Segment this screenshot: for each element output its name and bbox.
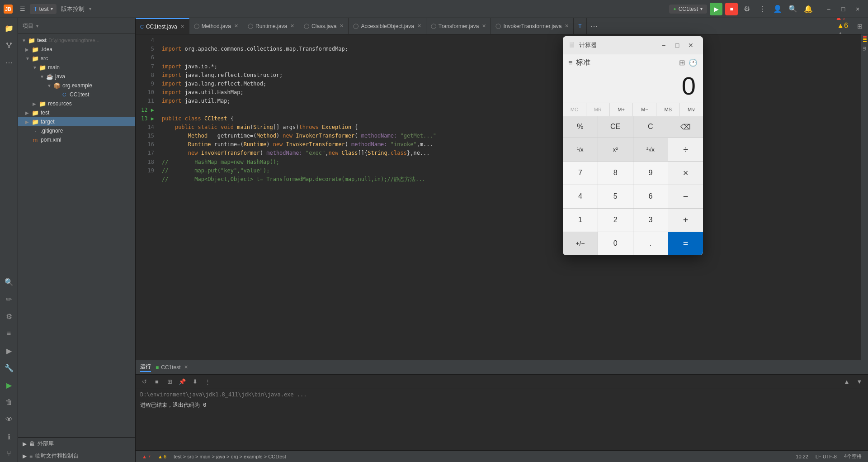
- tab-transformer[interactable]: ◯ Transformer.java ✕: [426, 18, 491, 34]
- hamburger-menu[interactable]: ☰: [16, 4, 29, 14]
- calc-mv[interactable]: M∨: [680, 103, 703, 116]
- status-spaces[interactable]: 4个空格: [842, 453, 863, 460]
- sidebar-icon-run2[interactable]: ▶: [1, 377, 17, 393]
- calc-percent[interactable]: %: [563, 116, 598, 138]
- calc-mr[interactable]: MR: [586, 103, 609, 116]
- tab-close-cc1test[interactable]: ✕: [180, 24, 184, 29]
- scratches-console[interactable]: ▶ ≡ 临时文件和控制台: [18, 450, 135, 462]
- sidebar-icon-delete[interactable]: 🗑: [1, 394, 17, 410]
- sidebar-icon-search[interactable]: 🔍: [1, 274, 17, 290]
- restore-layout[interactable]: ⊞: [165, 376, 175, 386]
- sidebar-icon-eye[interactable]: 👁: [1, 411, 17, 428]
- calc-9[interactable]: 9: [633, 162, 668, 185]
- more-run-options[interactable]: ⋮: [203, 376, 212, 386]
- status-encoding[interactable]: LF UTF-8: [814, 454, 839, 459]
- error-count[interactable]: ▲7: [140, 454, 152, 459]
- project-selector[interactable]: T test ▾: [30, 4, 57, 14]
- sidebar-icon-branch[interactable]: ⑂: [1, 446, 17, 462]
- calc-1[interactable]: 1: [563, 209, 598, 232]
- down-arrow[interactable]: ▼: [854, 376, 864, 386]
- version-control-btn[interactable]: 版本控制: [57, 3, 88, 15]
- more-icon[interactable]: ⋮: [756, 3, 769, 15]
- tab-close-invokertransformer[interactable]: ✕: [565, 23, 569, 29]
- tree-item-cc1test[interactable]: C CC1test: [18, 90, 135, 99]
- sidebar-icon-settings[interactable]: ⚙: [1, 308, 17, 324]
- calc-6[interactable]: 6: [633, 185, 668, 208]
- calc-7[interactable]: 7: [563, 162, 598, 185]
- calc-backspace[interactable]: ⌫: [668, 116, 703, 138]
- tab-overflow[interactable]: ⋯: [587, 22, 601, 30]
- notification-icon[interactable]: 🔔: [802, 3, 815, 15]
- sidebar-icon-info[interactable]: ℹ: [1, 429, 17, 445]
- tab-t[interactable]: T: [574, 18, 586, 34]
- tree-item-test-folder[interactable]: ▶ 📁 test: [18, 108, 135, 117]
- tree-item-main[interactable]: ▼ 📁 main: [18, 63, 135, 72]
- sidebar-icon-more[interactable]: ⋯: [1, 54, 17, 71]
- settings-icon[interactable]: ⚙: [741, 3, 753, 15]
- sidebar-icon-play[interactable]: ▶: [1, 343, 17, 359]
- stop-button[interactable]: ■: [725, 3, 738, 15]
- tab-accessibleobject[interactable]: ◯ AccessibleObject.java ✕: [349, 18, 426, 34]
- sidebar-icon-folder[interactable]: 📁: [1, 20, 17, 36]
- tab-method[interactable]: ◯ Method.java ✕: [189, 18, 243, 34]
- calc-5[interactable]: 5: [598, 185, 633, 208]
- tree-item-gitignore[interactable]: · .gitignore: [18, 126, 135, 135]
- tab-close-method[interactable]: ✕: [234, 23, 238, 29]
- calc-0[interactable]: 0: [598, 232, 633, 255]
- tab-list[interactable]: ▲7 ▲6 ∧: [831, 18, 852, 34]
- tree-item-target[interactable]: ▶ 📁 target: [18, 117, 135, 126]
- tree-item-org-example[interactable]: ▼ 📦 org.example: [18, 81, 135, 90]
- calc-4[interactable]: 4: [563, 185, 598, 208]
- calc-menu-icon[interactable]: ≡: [568, 59, 572, 67]
- calc-reciprocal[interactable]: ¹/x: [563, 138, 598, 161]
- run-tab-cc1test[interactable]: ■ CC1test ✕: [156, 364, 188, 371]
- run-config-selector[interactable]: ● 计算器 CC1test ▾: [669, 5, 707, 14]
- calc-close[interactable]: ✕: [684, 38, 698, 52]
- tab-runtime[interactable]: ◯ Runtime.java ✕: [243, 18, 299, 34]
- tree-item-resources[interactable]: ▶ 📁 resources: [18, 99, 135, 108]
- calc-decimal[interactable]: .: [633, 232, 668, 255]
- run-button[interactable]: ▶: [710, 3, 722, 15]
- calc-2[interactable]: 2: [598, 209, 633, 232]
- calc-maximize[interactable]: □: [670, 38, 684, 52]
- scroll-to-end[interactable]: ⬇: [190, 376, 200, 386]
- tab-close-runtime[interactable]: ✕: [290, 23, 294, 29]
- minimize-button[interactable]: −: [822, 2, 835, 16]
- tree-item-src[interactable]: ▼ 📁 src: [18, 54, 135, 63]
- calc-mminus[interactable]: M−: [633, 103, 656, 116]
- calc-ms[interactable]: MS: [656, 103, 679, 116]
- calc-c[interactable]: C: [633, 116, 668, 138]
- code-content[interactable]: import org.apache.commons.collections.ma…: [158, 34, 861, 360]
- maximize-button[interactable]: □: [836, 2, 850, 16]
- tab-close-transformer[interactable]: ✕: [482, 23, 486, 29]
- calc-mc[interactable]: MC: [563, 103, 586, 116]
- tab-class[interactable]: ◯ Class.java ✕: [299, 18, 349, 34]
- search-icon[interactable]: 🔍: [787, 3, 799, 15]
- tab-cc1test[interactable]: C CC1test.java ✕: [136, 18, 189, 34]
- calc-ce[interactable]: CE: [598, 116, 633, 138]
- sidebar-icon-pencil[interactable]: ✏: [1, 291, 17, 307]
- calc-minimize[interactable]: −: [657, 38, 670, 52]
- calc-3[interactable]: 3: [633, 209, 668, 232]
- calc-negate[interactable]: +/−: [563, 232, 598, 255]
- calc-equals[interactable]: =: [668, 232, 703, 255]
- tree-item-test[interactable]: ▼ 📁 test D:\yingwenmingthree...: [18, 36, 135, 45]
- sidebar-icon-git[interactable]: [1, 37, 17, 53]
- sidebar-icon-tools[interactable]: 🔧: [1, 360, 17, 376]
- status-time[interactable]: 10:22: [794, 454, 810, 459]
- calc-square[interactable]: x²: [598, 138, 633, 161]
- editor-settings[interactable]: ⊞: [852, 18, 868, 34]
- close-button[interactable]: ×: [851, 2, 864, 16]
- breadcrumb[interactable]: test > src > main > java > org > example…: [172, 454, 288, 459]
- tree-item-pom[interactable]: m pom.xml: [18, 135, 135, 144]
- tree-item-java[interactable]: ▼ ☕ java: [18, 72, 135, 81]
- up-arrow[interactable]: ▲: [842, 376, 852, 386]
- calc-multiply[interactable]: ×: [668, 162, 703, 185]
- run-tab-close[interactable]: ✕: [184, 364, 188, 370]
- tab-close-accessible[interactable]: ✕: [417, 23, 421, 29]
- external-libraries[interactable]: ▶ 🏛 外部库: [18, 438, 135, 450]
- tree-item-idea[interactable]: ▶ 📁 .idea: [18, 45, 135, 54]
- user-icon[interactable]: 👤: [771, 3, 784, 15]
- sidebar-icon-list[interactable]: ≡: [1, 325, 17, 342]
- calc-mplus[interactable]: M+: [610, 103, 633, 116]
